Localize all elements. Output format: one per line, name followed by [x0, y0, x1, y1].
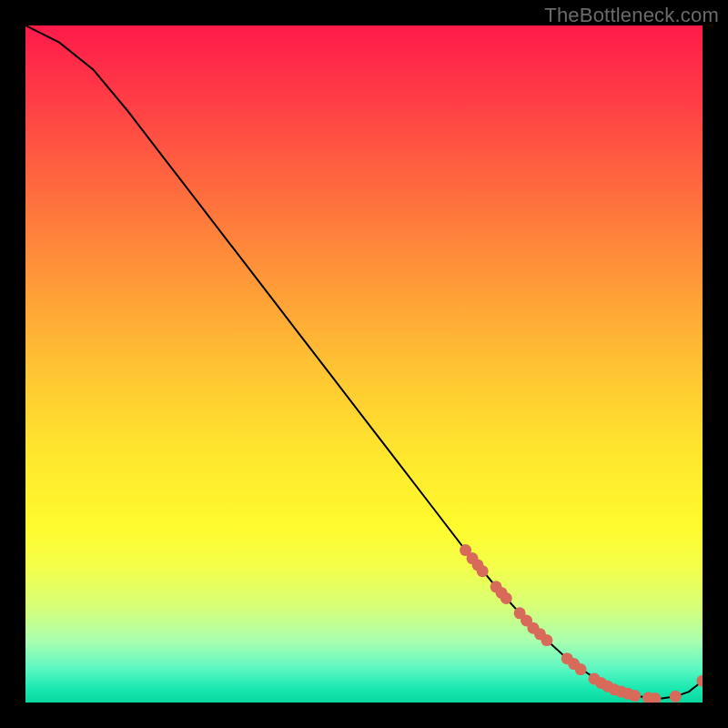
plot-area: [25, 25, 703, 703]
chart-root: TheBottleneck.com: [0, 0, 728, 728]
gradient-background: [25, 25, 703, 703]
watermark-text: TheBottleneck.com: [544, 4, 719, 27]
